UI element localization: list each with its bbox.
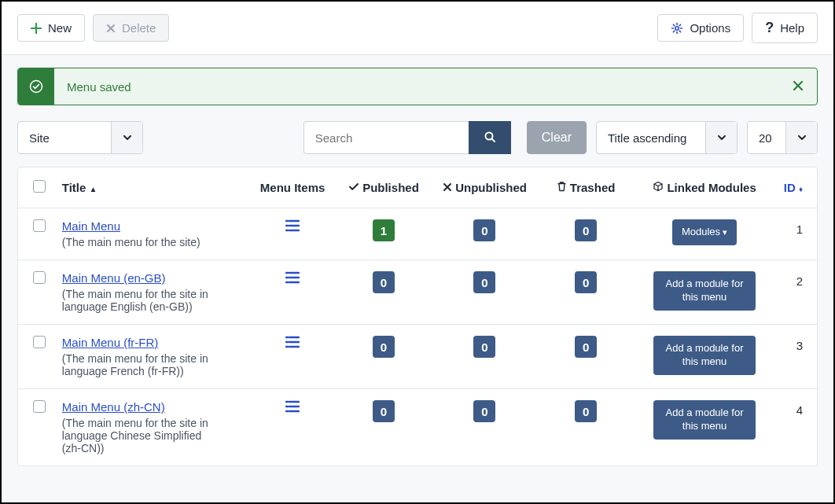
alert-message: Menu saved xyxy=(54,80,779,94)
row-id: 1 xyxy=(774,208,817,260)
row-id: 4 xyxy=(774,389,817,466)
chevron-down-icon xyxy=(785,122,817,153)
new-button-label: New xyxy=(48,21,72,35)
menu-items-icon[interactable] xyxy=(285,273,300,286)
filter-bar: Site Clear Title ascending xyxy=(17,121,818,154)
success-alert: Menu saved xyxy=(17,68,818,105)
menu-title-link[interactable]: Main Menu (zh-CN) xyxy=(62,400,165,414)
col-id[interactable]: ID ♦ xyxy=(774,167,817,208)
row-checkbox[interactable] xyxy=(33,271,46,284)
row-checkbox[interactable] xyxy=(33,400,46,413)
trashed-badge[interactable]: 0 xyxy=(575,219,597,241)
clear-button-label: Clear xyxy=(542,131,572,145)
chevron-down-icon xyxy=(705,122,737,153)
trashed-badge[interactable]: 0 xyxy=(575,336,597,358)
add-module-button[interactable]: Add a module for this menu xyxy=(653,336,756,375)
menu-description: (The main menu for the site) xyxy=(62,236,219,248)
menu-description: (The main menu for the site in language … xyxy=(62,417,219,454)
x-icon xyxy=(106,24,116,33)
alert-close-button[interactable] xyxy=(779,78,817,96)
help-button[interactable]: ? Help xyxy=(752,13,818,43)
toolbar: New Delete Options ? Help xyxy=(2,2,833,54)
menu-description: (The main menu for the site in language … xyxy=(62,288,219,313)
trashed-badge[interactable]: 0 xyxy=(575,271,597,293)
search-button[interactable] xyxy=(469,121,511,154)
menu-title-link[interactable]: Main Menu (en-GB) xyxy=(62,271,166,285)
trash-icon xyxy=(557,181,570,194)
search-group xyxy=(303,121,511,154)
table-row: Main Menu (zh-CN)(The main menu for the … xyxy=(18,389,817,466)
unpublished-badge[interactable]: 0 xyxy=(473,271,495,293)
help-button-label: Help xyxy=(780,21,804,35)
published-badge[interactable]: 1 xyxy=(373,219,395,241)
chevron-down-icon xyxy=(111,122,142,153)
published-badge[interactable]: 0 xyxy=(373,271,395,293)
search-icon xyxy=(484,131,496,145)
published-badge[interactable]: 0 xyxy=(373,336,395,358)
menu-title-link[interactable]: Main Menu (fr-FR) xyxy=(62,336,159,349)
limit-select-label: 20 xyxy=(748,122,785,153)
menu-items-icon[interactable] xyxy=(285,221,300,234)
sort-select-label: Title ascending xyxy=(597,122,705,153)
limit-select[interactable]: 20 xyxy=(747,121,818,154)
x-icon xyxy=(443,181,455,194)
options-button-label: Options xyxy=(690,21,730,35)
menu-items-icon[interactable] xyxy=(285,337,300,351)
col-unpublished: Unpublished xyxy=(432,167,536,208)
delete-button-label: Delete xyxy=(122,21,156,35)
menus-table: Title ▲ Menu Items Published xyxy=(17,167,818,466)
menu-items-icon[interactable] xyxy=(285,402,300,415)
col-title[interactable]: Title ▲ xyxy=(54,167,251,208)
sort-select[interactable]: Title ascending xyxy=(596,121,738,154)
plus-icon xyxy=(31,23,42,34)
cube-icon xyxy=(653,181,667,194)
unpublished-badge[interactable]: 0 xyxy=(473,400,495,422)
gear-icon xyxy=(671,22,683,35)
check-circle-icon xyxy=(18,68,54,105)
modules-dropdown-button[interactable]: Modules xyxy=(672,219,737,245)
table-row: Main Menu (en-GB)(The main menu for the … xyxy=(18,260,817,325)
row-id: 3 xyxy=(774,325,817,389)
add-module-button[interactable]: Add a module for this menu xyxy=(653,271,756,311)
sort-icon: ♦ xyxy=(799,185,803,193)
check-icon xyxy=(348,181,362,194)
trashed-badge[interactable]: 0 xyxy=(575,400,597,422)
search-input[interactable] xyxy=(303,121,469,154)
unpublished-badge[interactable]: 0 xyxy=(473,219,495,241)
clear-button[interactable]: Clear xyxy=(527,121,587,154)
row-id: 2 xyxy=(774,260,817,325)
col-published: Published xyxy=(334,167,432,208)
col-modules: Linked Modules xyxy=(635,167,774,208)
delete-button: Delete xyxy=(93,14,169,42)
row-checkbox[interactable] xyxy=(33,336,46,348)
site-select-label: Site xyxy=(18,122,111,153)
menu-title-link[interactable]: Main Menu xyxy=(62,219,120,233)
col-trashed: Trashed xyxy=(537,167,635,208)
col-items: Menu Items xyxy=(251,167,335,208)
new-button[interactable]: New xyxy=(17,14,85,42)
table-row: Main Menu(The main menu for the site)100… xyxy=(18,208,817,260)
add-module-button[interactable]: Add a module for this menu xyxy=(653,400,756,440)
select-all-checkbox[interactable] xyxy=(33,180,46,193)
site-select[interactable]: Site xyxy=(17,121,143,154)
unpublished-badge[interactable]: 0 xyxy=(473,336,495,358)
question-icon: ? xyxy=(765,20,774,36)
row-checkbox[interactable] xyxy=(33,219,46,232)
options-button[interactable]: Options xyxy=(657,14,744,42)
svg-point-0 xyxy=(675,26,679,29)
published-badge[interactable]: 0 xyxy=(373,400,395,422)
sort-asc-icon: ▲ xyxy=(90,185,97,193)
menu-description: (The main menu for the site in language … xyxy=(62,352,219,377)
table-row: Main Menu (fr-FR)(The main menu for the … xyxy=(18,325,817,389)
